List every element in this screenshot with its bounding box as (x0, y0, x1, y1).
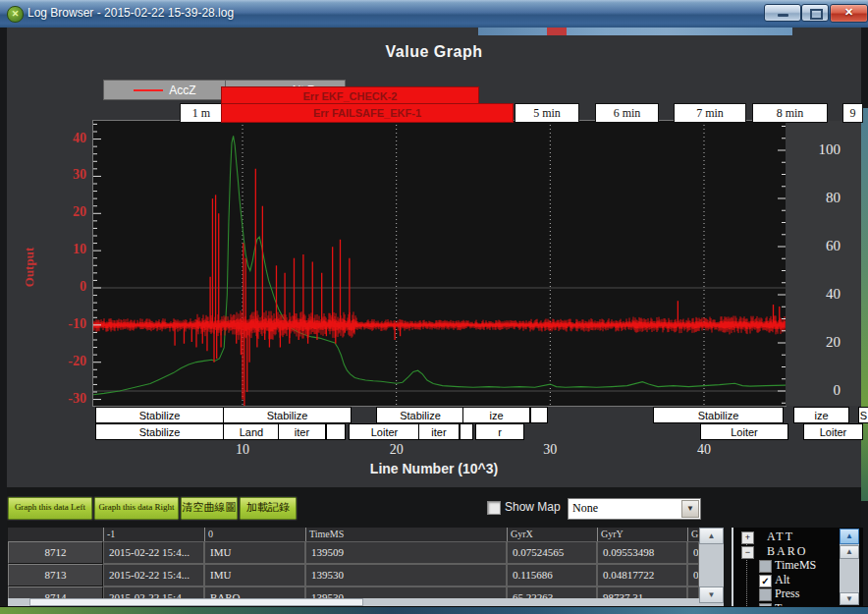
close-button[interactable]: ✕ (830, 4, 868, 23)
checkbox-checked-icon[interactable]: ✓ (759, 575, 772, 587)
table-cell[interactable]: IMU (204, 541, 305, 564)
right-axis-panel (786, 121, 861, 406)
app-icon: ✕ (7, 6, 24, 23)
table-cell[interactable]: 2015-02-22 15:4... (103, 541, 204, 564)
error-flag: Err FAILSAFE_EKF-1 (221, 103, 514, 123)
table-cell[interactable]: 0.09553498 (597, 541, 687, 564)
left-axis-tick: 0 (43, 279, 86, 295)
x-axis-tick: 10 (223, 442, 262, 458)
mode-band: iter (278, 423, 326, 440)
right-axis-tick: 40 (801, 286, 841, 303)
scroll-up-icon[interactable]: ▲ (699, 528, 724, 544)
title-bar[interactable]: ✕ Log Browser - 2015-02-22 15-39-28.log … (0, 0, 868, 28)
tree-group-label: BARO (767, 544, 807, 559)
tree-scrollbar[interactable]: ▲ ▲ ▼ (840, 529, 859, 605)
mode-band: Loiter (803, 423, 863, 440)
window-title: Log Browser - 2015-02-22 15-39-28.log (27, 6, 234, 20)
table-cell[interactable]: 0 (687, 541, 699, 564)
mode-band: ize (793, 407, 849, 423)
legend-label: AccZ (169, 84, 195, 97)
table-cell[interactable]: 2015-02-22 15:4... (103, 564, 204, 586)
mode-band: Stabilize (95, 423, 224, 440)
hscroll-thumb[interactable] (29, 598, 363, 606)
graph-left-button[interactable]: Graph this data Left (8, 497, 92, 520)
table-header-GyrX: GyrX (507, 528, 597, 541)
right-axis-tick: 0 (801, 382, 841, 399)
expand-icon[interactable]: + (741, 531, 754, 544)
table-cell[interactable]: 139509 (305, 541, 507, 564)
tree-leaf-label: Alt (775, 573, 789, 587)
mode-band: iter (418, 423, 460, 440)
tree-leaf-label: Temp (775, 601, 801, 606)
checkbox-icon[interactable] (759, 560, 772, 573)
log-data-table[interactable]: -10TimeMSGyrXGyrYG87122015-02-22 15:4...… (8, 528, 699, 606)
table-cell[interactable]: IMU (204, 564, 305, 586)
mode-band: Stabilize (376, 407, 464, 423)
mode-band: Stabilize (95, 407, 224, 423)
time-marker: 5 min (515, 103, 579, 123)
table-cell[interactable]: 0.07524565 (507, 541, 597, 564)
mode-band: Stabilize (653, 407, 784, 423)
desktop-gap-red (547, 28, 567, 35)
left-axis-tick: 30 (43, 167, 86, 183)
chevron-down-icon[interactable]: ▼ (681, 500, 699, 518)
table-row-header[interactable]: 8713 (8, 564, 103, 586)
tree-scroll-down-icon[interactable]: ▼ (840, 592, 859, 605)
right-axis-tick: 20 (801, 334, 841, 351)
close-icon: ✕ (831, 6, 867, 19)
x-axis-tick: 40 (684, 442, 724, 458)
table-scrollbar[interactable]: ▲ ▼ (699, 528, 724, 606)
scroll-down-icon[interactable]: ▼ (699, 586, 724, 603)
maximize-icon (810, 9, 823, 20)
table-cell[interactable]: 0.04817722 (597, 564, 687, 586)
table-header-G: G (687, 528, 699, 541)
mode-band: Loiter (700, 423, 788, 440)
mode-band: r (475, 423, 524, 440)
mode-band: Stabilize (223, 407, 352, 423)
table-header-GyrY: GyrY (597, 528, 687, 541)
minimize-button[interactable] (764, 4, 801, 22)
load-log-button[interactable]: 加載記錄 (240, 497, 297, 520)
left-axis-tick: 40 (43, 131, 86, 146)
window-border-left (0, 28, 7, 606)
tree-group-label: ATT (767, 530, 794, 544)
table-row-header[interactable]: 8712 (8, 541, 103, 564)
checkbox-icon[interactable] (759, 588, 772, 601)
x-axis-tick: 30 (530, 442, 570, 458)
left-axis-tick: 10 (43, 242, 86, 257)
minimize-icon (778, 14, 788, 17)
mode-band: S (858, 407, 868, 423)
left-axis-tick: -30 (43, 391, 86, 407)
mode-band: Loiter (349, 423, 420, 440)
time-marker: 8 min (752, 103, 828, 123)
table-header-TimeMS: TimeMS (305, 528, 507, 541)
right-axis-tick: 60 (801, 238, 841, 254)
table-header--1: -1 (103, 528, 204, 541)
clear-graph-button[interactable]: 清空曲線圖 (181, 497, 238, 520)
show-map-checkbox[interactable] (487, 501, 501, 515)
map-select[interactable]: None ▼ (568, 498, 701, 520)
maximize-button[interactable] (801, 4, 829, 22)
x-axis-tick: 20 (377, 442, 416, 458)
mode-band (326, 423, 346, 440)
tree-scroll-up2-icon[interactable]: ▲ (840, 545, 859, 559)
time-marker: 1 m (180, 103, 223, 123)
time-marker: 6 min (595, 103, 659, 123)
desktop-strip-right (861, 108, 868, 501)
legend-line-icon (134, 89, 163, 91)
desktop-gap (478, 28, 792, 35)
table-hscrollbar[interactable] (8, 598, 699, 606)
log-browser-window: ✕ Log Browser - 2015-02-22 15-39-28.log … (0, 0, 868, 607)
tree-scroll-up-icon[interactable]: ▲ (840, 529, 859, 544)
mode-band (460, 423, 473, 440)
table-cell[interactable]: 0 (687, 564, 699, 586)
checkbox-icon[interactable] (759, 603, 772, 606)
table-header-rowhdr (8, 528, 103, 541)
tree-leaf-label: Press (775, 586, 799, 601)
table-cell[interactable]: 0.115686 (507, 564, 597, 586)
plot-area[interactable] (93, 121, 786, 406)
left-axis-tick: -10 (43, 316, 86, 332)
graph-right-button[interactable]: Graph this data Right (94, 497, 179, 520)
table-cell[interactable]: 139530 (305, 564, 507, 586)
collapse-icon[interactable]: − (741, 546, 754, 559)
